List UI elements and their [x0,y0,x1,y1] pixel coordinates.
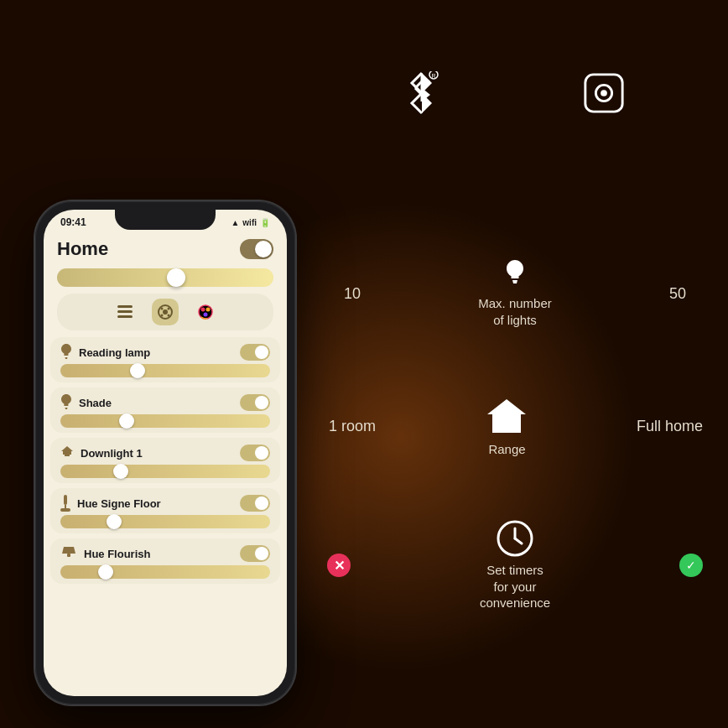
device-slider-thumb [107,514,122,529]
bulb-icon-large [505,260,525,290]
tab-scenes[interactable] [152,299,179,325]
device-slider-thumb [98,564,113,580]
device-slider[interactable] [60,515,270,528]
bulb-icon [60,394,72,411]
device-slider[interactable] [60,364,270,377]
phone-mockup: 09:41 ▲ wifi 🔋 Home [35,201,295,705]
max-lights-section: 10 Max. number of lights 50 [327,260,703,328]
range-section: 1 room Range Full home [327,396,703,458]
device-left: Hue Flourish [60,547,150,560]
device-name: Hue Signe Floor [77,497,161,510]
floor-lamp-icon [60,495,70,512]
device-item-reading-lamp: Reading lamp [50,337,280,382]
min-lights-value: 10 [327,285,377,303]
range-label: Range [488,441,525,458]
device-row: Shade [60,394,270,411]
house-icon [486,396,528,436]
device-name: Shade [79,397,112,409]
device-name: Hue Flourish [84,548,150,560]
svg-point-4 [163,309,168,315]
device-slider-thumb [113,464,128,479]
wifi-icon: wifi [242,218,257,227]
svg-point-13 [201,308,205,312]
home-toggle[interactable] [240,239,273,259]
svg-point-6 [168,308,170,310]
svg-point-7 [161,315,164,317]
range-left-value: 1 room [327,418,377,435]
device-name: Reading lamp [79,346,150,359]
tab-list[interactable] [112,299,138,325]
bulb-icon [60,344,72,361]
max-lights-center: Max. number of lights [478,260,552,328]
device-name: Downlight 1 [81,447,143,460]
tab-color[interactable] [192,299,219,325]
battery-icon: 🔋 [260,218,270,227]
device-slider[interactable] [60,414,270,428]
signal-icon: ▲ [231,218,239,227]
svg-rect-19 [67,554,70,557]
timers-no-icon: ✕ [327,554,351,577]
max-lights-value: 50 [653,285,703,303]
device-toggle[interactable] [240,344,270,361]
device-row: Hue Signe Floor [60,495,270,512]
clock-icon [497,520,533,557]
downlight-icon [60,446,74,460]
device-left: Shade [60,394,112,411]
svg-point-14 [206,308,211,312]
device-toggle[interactable] [240,394,270,411]
svg-text:R: R [432,73,436,79]
range-right-value: Full home [637,418,703,435]
timers-label: Set timers for your convenience [480,562,550,611]
svg-rect-17 [60,508,70,512]
device-slider[interactable] [60,465,270,478]
notch [115,210,216,230]
app-title: Home [57,238,108,260]
device-toggle[interactable] [240,545,270,562]
bluetooth-svg: R [405,71,439,115]
bluetooth-feature: R [400,71,444,115]
svg-point-8 [168,315,170,317]
device-slider[interactable] [60,565,270,579]
timers-section: ✕ Set timers for your convenience ✓ [327,520,703,611]
timers-yes-icon: ✓ [679,554,703,577]
device-item-shade: Shade [50,387,280,433]
device-row: Hue Flourish [60,545,270,562]
device-row: Reading lamp [60,344,270,361]
timers-center: Set timers for your convenience [480,520,550,611]
brightness-thumb [167,268,185,287]
svg-rect-0 [117,305,133,308]
top-icons-row: R [331,71,694,115]
device-slider-thumb [119,413,134,429]
device-slider-thumb [130,363,145,378]
device-item-hue-signe: Hue Signe Floor [50,488,280,533]
device-list: Reading lamp Shade [44,337,287,589]
phone-screen: 09:41 ▲ wifi 🔋 Home [44,210,287,696]
device-left: Hue Signe Floor [60,495,161,512]
svg-rect-18 [65,505,66,508]
svg-rect-1 [117,310,133,313]
svg-rect-2 [117,315,133,318]
svg-point-5 [161,308,164,310]
device-toggle[interactable] [240,495,270,512]
brightness-slider[interactable] [57,268,273,287]
svg-point-29 [601,90,607,96]
device-item-downlight: Downlight 1 [50,438,280,483]
bluetooth-icon: R [400,71,444,115]
device-left: Reading lamp [60,344,150,361]
range-center: Range [486,396,528,458]
bridge-svg [582,70,626,116]
device-toggle[interactable] [240,445,270,461]
app-header: Home [44,231,287,267]
max-lights-label: Max. number of lights [478,295,552,328]
svg-point-15 [204,313,208,317]
svg-rect-16 [64,495,67,505]
ceiling-lamp-icon [60,547,77,560]
bridge-icon [582,71,626,115]
device-item-hue-flourish: Hue Flourish [50,538,280,584]
device-row: Downlight 1 [60,445,270,461]
status-time: 09:41 [60,216,86,228]
bridge-feature [582,71,626,115]
tabs-row [57,294,273,330]
status-icons: ▲ wifi 🔋 [231,218,270,227]
device-left: Downlight 1 [60,446,143,460]
